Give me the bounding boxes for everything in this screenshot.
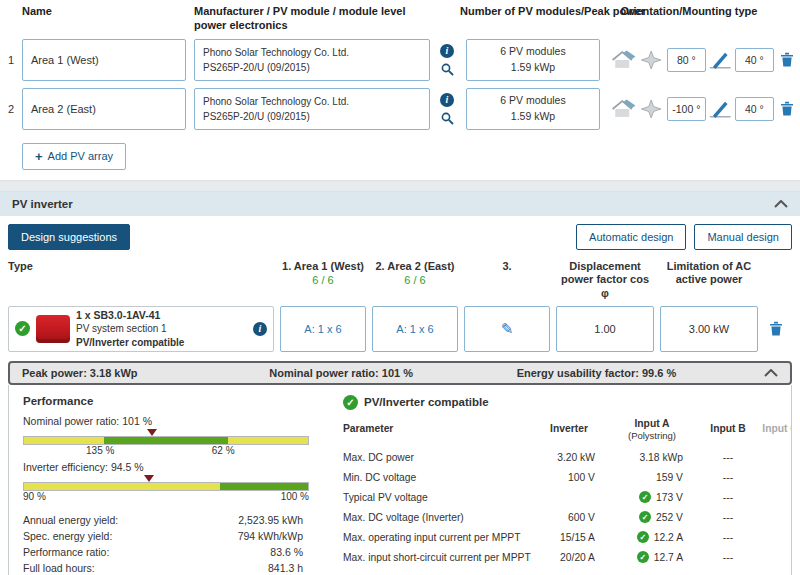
- tilt-input[interactable]: 40 °: [735, 48, 774, 72]
- chevron-up-icon[interactable]: [774, 200, 788, 208]
- col-header-orientation: Orientation/Mounting type: [610, 5, 774, 19]
- gauge-label-low: 135 %: [86, 445, 114, 456]
- gauge-marker: [144, 475, 154, 482]
- tilt-panel-icon[interactable]: [709, 98, 731, 120]
- mounting-type-icon[interactable]: [610, 97, 636, 121]
- azimuth-input[interactable]: -100 °: [667, 97, 706, 121]
- gauge-label-high: 62 %: [212, 445, 235, 456]
- inverter-type-box[interactable]: ✓ 1 x SB3.0-1AV-41 PV system section 1 P…: [8, 306, 274, 352]
- col-header-manufacturer: Manufacturer / PV module / module level …: [194, 5, 434, 33]
- mounting-type-icon[interactable]: [610, 48, 636, 72]
- module-manufacturer: Phono Solar Technology Co. Ltd.: [203, 45, 421, 60]
- ok-check-icon: ✓: [639, 511, 651, 523]
- add-pv-array-label: Add PV array: [48, 150, 113, 162]
- inverter-status: PV/Inverter compatible: [76, 336, 247, 350]
- inverter-efficiency-gauge: Inverter efficiency: 94.5 % 90 % 100 %: [23, 461, 325, 504]
- checked-value: ✓12.7 A: [605, 547, 699, 567]
- peak-power: 1.59 kWp: [467, 60, 599, 76]
- section-divider: [0, 180, 800, 192]
- module-selector[interactable]: Phono Solar Technology Co. Ltd. PS265P-2…: [194, 88, 430, 130]
- info-icon[interactable]: i: [440, 93, 454, 107]
- param-name: Max. DC power: [343, 447, 533, 467]
- manual-design-button[interactable]: Manual design: [694, 224, 792, 250]
- col-header-area2: 2. Area 2 (East) 6 / 6: [372, 260, 458, 286]
- gauge-label-low: 90 %: [23, 491, 46, 502]
- tilt-input[interactable]: 40 °: [735, 97, 774, 121]
- ac-limit-input[interactable]: 3.00 kW: [660, 306, 758, 352]
- inverter-name: 1 x SB3.0-1AV-41: [76, 308, 247, 322]
- chevron-up-icon[interactable]: [764, 369, 778, 377]
- delete-row-icon[interactable]: [780, 101, 794, 116]
- module-count: 6 PV modules: [467, 44, 599, 60]
- azimuth-compass-icon[interactable]: [639, 49, 663, 71]
- search-icon[interactable]: [441, 112, 454, 125]
- module-count-box[interactable]: 6 PV modules 1.59 kWp: [466, 88, 600, 130]
- area2-config-box[interactable]: A: 1 x 6: [372, 306, 458, 352]
- col-header-cosphi: Displacement power factor cos φ: [556, 260, 654, 301]
- compatible-check-icon: ✓: [343, 395, 358, 410]
- inverter-image: [36, 315, 70, 343]
- param-name: Max. input short-circuit current per MPP…: [343, 547, 533, 567]
- delete-inverter-icon[interactable]: [769, 321, 783, 336]
- info-icon[interactable]: i: [253, 322, 267, 336]
- nominal-power-ratio-gauge: Nominal power ratio: 101 % 135 % 62 %: [23, 415, 325, 458]
- gauge-marker: [147, 429, 157, 436]
- col-header-input-a: Input A (Polystring): [605, 418, 699, 448]
- stat-row: Full load hours:841.3 h: [23, 560, 325, 575]
- gauge-label-high: 100 %: [281, 491, 309, 502]
- param-name: Max. DC voltage (Inverter): [343, 507, 533, 527]
- module-manufacturer: Phono Solar Technology Co. Ltd.: [203, 94, 421, 109]
- tilt-panel-icon[interactable]: [709, 49, 731, 71]
- module-model: PS265P-20/U (09/2015): [203, 60, 421, 75]
- summary-usability: Energy usability factor: 99.6 %: [517, 367, 764, 379]
- col-header-parameter: Parameter: [343, 423, 533, 441]
- cosphi-input[interactable]: 1.00: [556, 306, 654, 352]
- checked-value: ✓252 V: [605, 507, 699, 527]
- stat-row: Spec. energy yield:794 kWh/kWp: [23, 528, 325, 544]
- performance-title: Performance: [23, 395, 325, 407]
- automatic-design-button[interactable]: Automatic design: [576, 224, 686, 250]
- inverter-subtitle: PV system section 1: [76, 322, 247, 336]
- area1-config-box[interactable]: A: 1 x 6: [280, 306, 366, 352]
- area-name-input[interactable]: Area 1 (West): [22, 39, 186, 81]
- ok-check-icon: ✓: [637, 551, 649, 563]
- area1-count: 6 / 6: [280, 274, 366, 286]
- performance-panel: Performance Nominal power ratio: 101 % 1…: [23, 395, 325, 575]
- area2-count: 6 / 6: [372, 274, 458, 286]
- add-pv-array-button[interactable]: + Add PV array: [22, 143, 126, 170]
- page: Name Manufacturer / PV module / module l…: [0, 0, 800, 575]
- plus-icon: +: [35, 149, 43, 164]
- param-name: Min. DC voltage: [343, 467, 533, 487]
- pv-inverter-section: PV inverter Design suggestions Automatic…: [0, 192, 800, 575]
- stat-row: Annual energy yield:2,523.95 kWh: [23, 512, 325, 528]
- edit-config-box[interactable]: ✎: [464, 306, 550, 352]
- design-suggestions-button[interactable]: Design suggestions: [8, 224, 130, 250]
- module-count: 6 PV modules: [467, 93, 599, 109]
- module-count-box[interactable]: 6 PV modules 1.59 kWp: [466, 39, 600, 81]
- azimuth-compass-icon[interactable]: [639, 98, 663, 120]
- col-header-modules: Number of PV modules/Peak power: [460, 5, 610, 19]
- module-selector[interactable]: Phono Solar Technology Co. Ltd. PS265P-2…: [194, 39, 430, 81]
- summary-bar[interactable]: Peak power: 3.18 kWp Nominal power ratio…: [8, 361, 792, 385]
- compatibility-title: PV/Inverter compatible: [364, 396, 489, 408]
- row-number: 2: [0, 103, 22, 115]
- pv-inverter-section-header[interactable]: PV inverter: [0, 192, 800, 216]
- details-panel: Performance Nominal power ratio: 101 % 1…: [8, 385, 792, 575]
- col-header-inverter: Inverter: [533, 423, 605, 441]
- summary-nominal-ratio: Nominal power ratio: 101 %: [269, 367, 516, 379]
- search-icon[interactable]: [441, 63, 454, 76]
- col-header-ac-limit: Limitation of AC active power: [660, 260, 758, 288]
- col-header-input-c: Input C: [757, 423, 791, 441]
- compatibility-panel: ✓ PV/Inverter compatible Parameter Inver…: [343, 395, 791, 575]
- inverter-table-header: Type 1. Area 1 (West) 6 / 6 2. Area 2 (E…: [0, 260, 800, 301]
- azimuth-input[interactable]: 80 °: [667, 48, 706, 72]
- info-icon[interactable]: i: [440, 44, 454, 58]
- module-model: PS265P-20/U (09/2015): [203, 109, 421, 124]
- peak-power: 1.59 kWp: [467, 109, 599, 125]
- col-header-3: 3.: [464, 260, 550, 272]
- delete-row-icon[interactable]: [780, 52, 794, 67]
- area-name-input[interactable]: Area 2 (East): [22, 88, 186, 130]
- col-header-area1: 1. Area 1 (West) 6 / 6: [280, 260, 366, 286]
- pv-array-row: 1 Area 1 (West) Phono Solar Technology C…: [0, 39, 800, 81]
- pencil-icon: ✎: [501, 320, 514, 338]
